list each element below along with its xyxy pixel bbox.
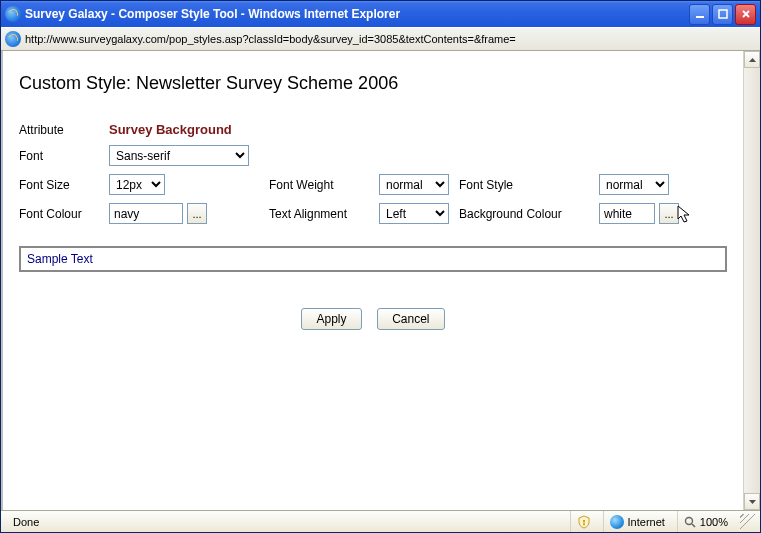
background-colour-input[interactable]: [599, 203, 655, 224]
page-content: Custom Style: Newsletter Survey Scheme 2…: [3, 51, 743, 510]
attribute-value: Survey Background: [109, 122, 679, 137]
background-colour-picker-button[interactable]: ...: [659, 203, 679, 224]
style-form: Attribute Survey Background Font Sans-se…: [19, 122, 727, 224]
label-attribute: Attribute: [19, 123, 109, 137]
titlebar: Survey Galaxy - Composer Style Tool - Wi…: [1, 1, 760, 27]
svg-point-4: [685, 517, 692, 524]
maximize-button[interactable]: [712, 4, 733, 25]
label-background-colour: Background Colour: [459, 207, 599, 221]
cursor-icon: [677, 205, 693, 225]
label-font-colour: Font Colour: [19, 207, 109, 221]
svg-line-5: [692, 524, 695, 527]
browser-window: Survey Galaxy - Composer Style Tool - Wi…: [0, 0, 761, 533]
address-bar: http://www.surveygalaxy.com/pop_styles.a…: [1, 27, 760, 51]
label-font-size: Font Size: [19, 178, 109, 192]
svg-rect-0: [696, 16, 704, 18]
page-icon: [5, 31, 21, 47]
status-bar: Done Internet 100%: [1, 510, 760, 532]
zoom-cell[interactable]: 100%: [677, 511, 734, 532]
zone-cell: Internet: [603, 511, 671, 532]
globe-icon: [610, 515, 624, 529]
font-size-select[interactable]: 12px: [109, 174, 165, 195]
security-cell: [570, 511, 597, 532]
label-text-alignment: Text Alignment: [269, 207, 379, 221]
zoom-value: 100%: [700, 516, 728, 528]
zone-label: Internet: [628, 516, 665, 528]
minimize-button[interactable]: [689, 4, 710, 25]
label-font-style: Font Style: [459, 178, 599, 192]
window-title: Survey Galaxy - Composer Style Tool - Wi…: [25, 7, 689, 21]
url-field[interactable]: http://www.surveygalaxy.com/pop_styles.a…: [25, 33, 756, 45]
resize-grip-icon[interactable]: [740, 514, 756, 530]
status-text: Done: [7, 511, 564, 532]
magnifier-icon: [684, 516, 696, 528]
vertical-scrollbar[interactable]: [743, 51, 760, 510]
label-font-weight: Font Weight: [269, 178, 379, 192]
scroll-up-button[interactable]: [744, 51, 760, 68]
font-weight-select[interactable]: normal: [379, 174, 449, 195]
label-font: Font: [19, 149, 109, 163]
cancel-button[interactable]: Cancel: [377, 308, 444, 330]
ie-logo-icon: [5, 6, 21, 22]
font-select[interactable]: Sans-serif: [109, 145, 249, 166]
close-button[interactable]: [735, 4, 756, 25]
font-colour-input[interactable]: [109, 203, 183, 224]
svg-point-2: [583, 520, 585, 522]
font-colour-picker-button[interactable]: ...: [187, 203, 207, 224]
shield-icon: [577, 515, 591, 529]
scroll-down-button[interactable]: [744, 493, 760, 510]
font-style-select[interactable]: normal: [599, 174, 669, 195]
svg-rect-1: [719, 10, 727, 18]
sample-text-preview: Sample Text: [19, 246, 727, 272]
svg-rect-3: [583, 522, 584, 525]
page-title: Custom Style: Newsletter Survey Scheme 2…: [19, 73, 727, 94]
text-alignment-select[interactable]: Left: [379, 203, 449, 224]
apply-button[interactable]: Apply: [301, 308, 361, 330]
